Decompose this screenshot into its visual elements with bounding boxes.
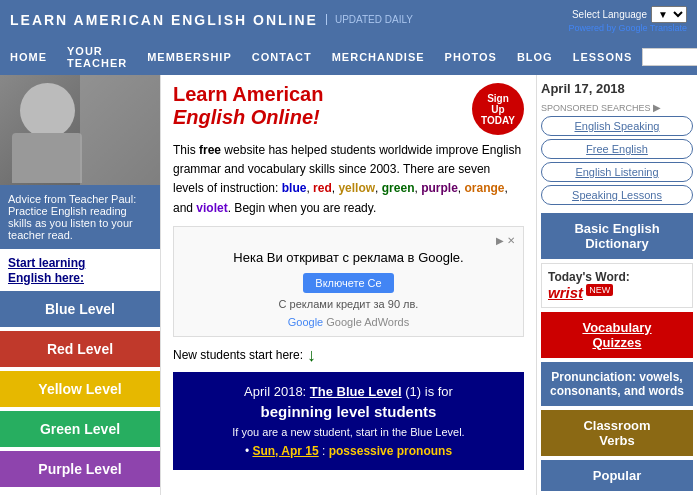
ad-close[interactable]: ✕ [507,235,515,246]
dict-box[interactable]: Basic English Dictionary [541,213,693,259]
blue-level-link[interactable]: Blue Level [0,291,160,327]
start-learning-link[interactable]: Start learning English here: [8,256,85,285]
site-header: LEARN AMERICAN ENGLISH ONLINE UPDATED DA… [0,0,697,39]
nav-contact[interactable]: CONTACT [242,45,322,69]
main-content: Advice from Teacher Paul: Practice Engli… [0,75,697,495]
intro-text: This free website has helped students wo… [173,141,524,218]
powered-by: Powered by Google Translate [568,23,687,33]
blue-level-box: April 2018: The Blue Level (1) is for be… [173,372,524,470]
ad-area: ▶ ✕ Нека Ви откриват с реклама в Google.… [173,226,524,337]
search-tag-free[interactable]: Free English [541,139,693,159]
nav-photos[interactable]: PHOTOS [435,45,507,69]
nav-membership[interactable]: MEMBERSHIP [137,45,242,69]
ad-button[interactable]: Включете Се [303,273,393,293]
teacher-photo [0,75,160,185]
right-sidebar: April 17, 2018 SPONSORED SEARCHES ▶ Engl… [537,75,697,495]
advice-text: Advice from Teacher Paul: Practice Engli… [8,193,136,241]
vocab-box[interactable]: Vocabulary Quizzes [541,312,693,358]
lesson-date: Sun, Apr 15 [252,444,318,458]
search-input[interactable] [642,48,697,66]
new-badge: NEW [586,284,613,296]
new-students-label: New students start here: [173,348,303,362]
main-heading-italic: English Online! [173,106,320,128]
search-tag-listening[interactable]: English Listening [541,162,693,182]
site-title: LEARN AMERICAN ENGLISH ONLINE [10,12,318,28]
classroom-box[interactable]: Classroom Verbs [541,410,693,456]
pronun-label: Pronunciation: vowels, consonants, and w… [550,370,684,398]
down-arrow-icon: ↓ [307,345,316,366]
main-heading: Learn American English Online! [173,83,323,129]
popular-box[interactable]: Popular [541,460,693,491]
search-tag-speaking[interactable]: English Speaking [541,116,693,136]
advice-box: Advice from Teacher Paul: Practice Engli… [0,185,160,249]
main-nav: HOME YOUR TEACHER MEMBERSHIP CONTACT MER… [0,39,642,75]
pronun-box[interactable]: Pronunciation: vowels, consonants, and w… [541,362,693,406]
todays-word[interactable]: wrist [548,284,583,301]
sponsored-label: SPONSORED SEARCHES ▶ [541,102,693,113]
center-content: Learn American English Online! Sign Up T… [160,75,537,495]
new-students-row: New students start here: ↓ [173,345,524,366]
sign-up-button[interactable]: Sign Up TODAY [472,83,524,135]
ad-text: Нека Ви откриват с реклама в Google. [182,250,515,265]
nav-home[interactable]: HOME [0,45,57,69]
popular-label: Popular [593,468,641,483]
nav-blog[interactable]: BLOG [507,45,563,69]
ad-credit: С реклами кредит за 90 лв. [182,298,515,310]
sponsored-arrow-icon: ▶ [653,102,661,113]
search-tag-lessons[interactable]: Speaking Lessons [541,185,693,205]
lesson-title-text: possessive pronouns [329,444,452,458]
nav-merchandise[interactable]: MERCHANDISE [322,45,435,69]
red-level-link[interactable]: Red Level [0,331,160,367]
updated-badge: UPDATED DAILY [326,14,413,25]
green-level-link[interactable]: Green Level [0,411,160,447]
lesson-colon: : [322,444,329,458]
blue-level-link-text[interactable]: The Blue Level [310,384,402,399]
vocab-link[interactable]: Vocabulary Quizzes [582,320,651,350]
yellow-level-link[interactable]: Yellow Level [0,371,160,407]
blue-box-sub: beginning level students [185,403,512,420]
date-display: April 17, 2018 [541,79,693,98]
nav-teacher[interactable]: YOUR TEACHER [57,39,137,75]
dict-title: Basic English Dictionary [549,221,685,251]
translate-label: Select Language [572,9,647,20]
nav-lessons[interactable]: LESSONS [563,45,643,69]
left-sidebar: Advice from Teacher Paul: Practice Engli… [0,75,160,495]
new-student-note: If you are a new student, start in the B… [185,426,512,438]
translate-widget: Select Language ▼ Powered by Google Tran… [568,6,687,33]
blue-box-heading: April 2018: The Blue Level (1) is for [185,384,512,399]
purple-level-link[interactable]: Purple Level [0,451,160,487]
todays-word-box: Today's Word: wrist NEW [541,263,693,308]
classroom-verbs: Verbs [599,433,634,448]
start-learning-section: Start learning English here: [0,249,160,291]
language-select[interactable]: ▼ [651,6,687,23]
classroom-label: Classroom [583,418,650,433]
todays-word-label: Today's Word: [548,270,630,284]
lesson-item: • Sun, Apr 15 : possessive pronouns [185,444,512,458]
google-ads-label: Google Google AdWords [182,316,515,328]
